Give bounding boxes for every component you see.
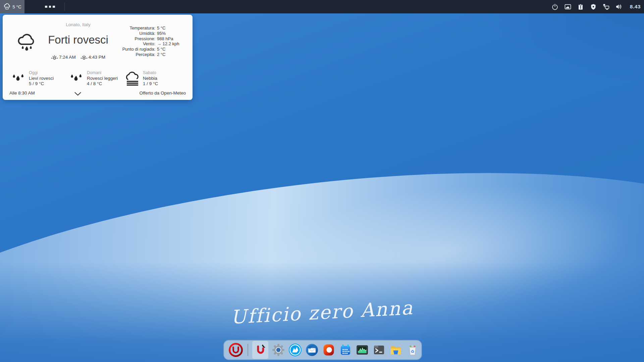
detail-row: Umidità: 95% xyxy=(103,31,182,36)
light-showers-icon xyxy=(11,71,26,87)
clipboard-alert-icon[interactable] xyxy=(577,3,584,10)
dot-icon xyxy=(49,6,51,8)
power-icon[interactable] xyxy=(551,3,559,10)
dock-item-thunderbird-mail[interactable] xyxy=(305,343,319,357)
forecast-day: Sabato xyxy=(143,70,158,76)
panel-separator xyxy=(64,2,65,11)
ufficio-zero-logo-icon xyxy=(228,342,244,358)
clipboard-glyph xyxy=(577,3,584,10)
uz-control-icon xyxy=(254,344,267,356)
weather-details: Temperatura: 5 °C Umidità: 95% Pressione… xyxy=(103,25,182,57)
light-showers-icon xyxy=(69,71,84,87)
forecast-day: Oggi xyxy=(29,70,54,76)
dock-item-office-suite[interactable] xyxy=(322,343,335,357)
detail-label: Temperatura: xyxy=(103,25,155,31)
svg-text:♻: ♻ xyxy=(411,349,415,354)
weather-popup: Lonato, Italy Forti rovesci 7:24 AM xyxy=(3,15,193,100)
detail-row: Punto di rugiada: 5 °C xyxy=(103,47,182,52)
sunset: 4:43 PM xyxy=(80,55,105,60)
cloud-rain-icon xyxy=(3,3,11,11)
sunrise-time: 7:24 AM xyxy=(59,55,76,60)
sunset-icon xyxy=(80,55,88,60)
dock-item-file-manager[interactable] xyxy=(389,343,402,357)
forecast-condition: Nebbia xyxy=(143,76,158,81)
detail-label: Pressione: xyxy=(103,36,155,42)
weather-updated-time: Alle 8:30 AM xyxy=(9,90,35,96)
calendar-icon xyxy=(339,343,352,357)
sunrise: 7:24 AM xyxy=(51,55,76,60)
detail-row: Vento: → 12.2 kph xyxy=(103,41,182,47)
panel-weather-button[interactable]: 5 °C xyxy=(0,0,24,13)
volume-icon[interactable] xyxy=(615,3,623,10)
detail-label: Punto di rugiada: xyxy=(103,47,155,52)
weather-attribution: Offerto da Open-Meteo xyxy=(139,90,186,96)
office-icon xyxy=(322,343,335,357)
dock-item-trash[interactable]: ♻ xyxy=(406,343,419,357)
dock-item-settings[interactable] xyxy=(272,343,285,357)
detail-row: Pressione: 988 hPa xyxy=(103,36,182,42)
sunrise-icon xyxy=(51,55,58,60)
detail-row: Temperatura: 5 °C xyxy=(103,25,182,31)
forecast-condition: Rovesci leggeri xyxy=(87,76,118,81)
detail-label: Umidità: xyxy=(103,31,155,36)
fog-icon xyxy=(125,71,140,87)
forecast-today: Oggi Lievi rovesci 5 / 9 °C xyxy=(11,70,54,87)
thunderbird-icon xyxy=(305,343,319,357)
system-monitor-icon xyxy=(356,343,369,357)
chevron-down-icon xyxy=(74,92,82,96)
terminal-icon xyxy=(372,343,386,357)
detail-label: Percepita: xyxy=(103,52,155,57)
system-tray: 8.43 xyxy=(551,0,641,13)
forecast-saturday: Sabato Nebbia 1 / 9 °C xyxy=(125,70,158,87)
volume-glyph xyxy=(615,3,623,10)
detail-value: 2 °C xyxy=(157,52,182,57)
detail-value: 5 °C xyxy=(157,47,182,52)
detail-value: 95% xyxy=(157,31,182,36)
dock-item-ufficio-zero-menu[interactable] xyxy=(228,342,244,358)
shield-security-icon[interactable] xyxy=(590,3,597,10)
sunset-time: 4:43 PM xyxy=(89,55,105,60)
forecast-temps: 5 / 9 °C xyxy=(29,81,54,87)
wallpaper-display-icon[interactable] xyxy=(564,3,572,10)
forecast-temps: 4 / 8 °C xyxy=(87,81,118,87)
forecast-day: Domani xyxy=(87,70,118,76)
panel-menu-dots-button[interactable] xyxy=(45,0,55,13)
forecast-tomorrow: Domani Rovesci leggeri 4 / 8 °C xyxy=(69,70,118,87)
shield-glyph xyxy=(590,3,597,10)
dock-item-librewolf-browser[interactable] xyxy=(288,343,302,357)
dock-separator xyxy=(248,344,248,356)
detail-value: 988 hPa xyxy=(157,36,182,42)
top-panel: 5 °C xyxy=(0,0,644,13)
power-glyph xyxy=(551,3,558,10)
detail-row: Percepita: 2 °C xyxy=(103,52,182,57)
trash-bin-icon: ♻ xyxy=(406,343,419,357)
dot-icon xyxy=(53,6,55,8)
detail-label: Vento: xyxy=(103,41,155,47)
forecast-temps: 1 / 9 °C xyxy=(143,81,158,87)
panel-clock[interactable]: 8.43 xyxy=(630,4,641,10)
gear-icon xyxy=(272,343,285,357)
forecast-condition: Lievi rovesci xyxy=(29,76,54,81)
detail-value: → 12.2 kph xyxy=(157,41,182,47)
folder-icon xyxy=(389,343,402,357)
dot-icon xyxy=(45,6,47,8)
dock-item-system-monitor[interactable] xyxy=(356,343,369,357)
dock-item-uz-control[interactable] xyxy=(252,341,268,359)
detail-value: 5 °C xyxy=(157,25,182,31)
librewolf-icon xyxy=(288,343,302,357)
wallpaper-glyph xyxy=(564,3,572,10)
network-wired-icon[interactable] xyxy=(602,3,610,10)
expand-forecast-button[interactable] xyxy=(74,92,82,96)
dock-item-terminal[interactable] xyxy=(372,343,386,357)
dock: ♻ xyxy=(223,340,422,360)
network-glyph xyxy=(602,3,610,10)
panel-weather-temp: 5 °C xyxy=(12,4,21,9)
dock-item-calendar[interactable] xyxy=(339,343,352,357)
